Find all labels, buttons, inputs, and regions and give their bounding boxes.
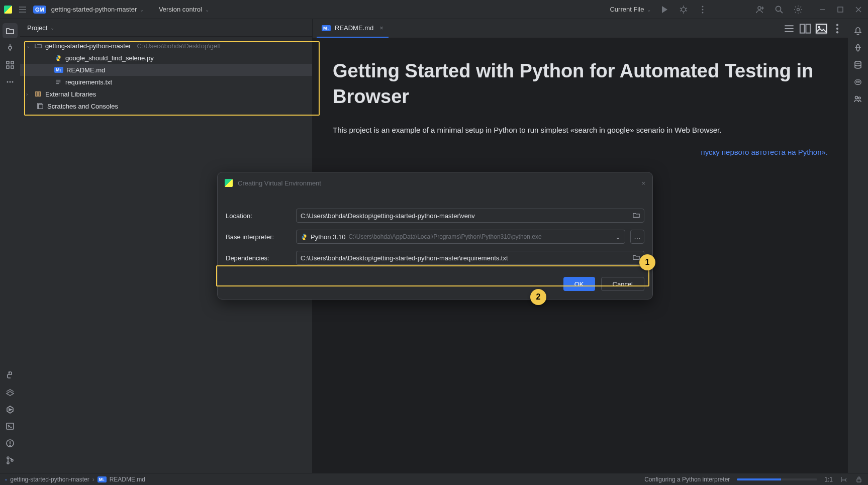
git-icon[interactable] [3, 453, 18, 468]
tree-file[interactable]: M↓ README.md [20, 64, 312, 76]
markdown-file-icon: M↓ [98, 476, 107, 482]
svg-point-4 [682, 8, 686, 12]
editor-tabbar: M↓ README.md × [313, 19, 848, 38]
tree-root[interactable]: ⌄ getting-started-python-master C:\Users… [20, 40, 312, 52]
python-file-icon [54, 54, 62, 62]
venv-dialog: Creating Virtual Environment × Location:… [217, 172, 653, 300]
chevron-down-icon: ⌄ [50, 25, 54, 31]
svg-point-65 [836, 24, 838, 26]
svg-rect-61 [800, 24, 805, 33]
collaborate-icon[interactable] [850, 91, 865, 107]
project-panel-header[interactable]: Project ⌄ [20, 19, 312, 37]
svg-point-48 [855, 96, 858, 99]
problems-icon[interactable] [3, 436, 18, 451]
annotation-callout: 1 [639, 254, 655, 270]
split-view-icon[interactable] [799, 23, 812, 35]
svg-point-47 [858, 81, 859, 82]
line-col-indicator[interactable]: 1:1 [824, 476, 833, 483]
md-link[interactable]: пуску первого автотеста на Python». [701, 148, 828, 156]
svg-point-40 [10, 445, 11, 446]
more-tools-icon[interactable] [3, 74, 18, 89]
close-icon[interactable]: × [641, 179, 645, 187]
chevron-right-icon: › [92, 476, 94, 483]
database-icon[interactable] [850, 57, 865, 72]
more-icon[interactable] [831, 23, 844, 35]
preview-view-icon[interactable] [815, 23, 828, 35]
chevron-right-icon: › [26, 91, 31, 97]
svg-point-42 [7, 462, 9, 464]
tree-scratches[interactable]: Scratches and Consoles [20, 100, 312, 112]
project-tool-icon[interactable] [3, 23, 18, 38]
interpreter-row: Base interpreter: Python 3.10 C:\Users\b… [226, 230, 644, 244]
app-icon [4, 6, 12, 14]
svg-rect-28 [7, 66, 9, 68]
more-icon[interactable] [697, 4, 708, 15]
project-tree: ⌄ getting-started-python-master C:\Users… [20, 37, 312, 112]
svg-point-17 [776, 6, 781, 11]
debug-icon[interactable] [678, 4, 689, 15]
tree-file[interactable]: google_should_find_selene.py [20, 52, 312, 64]
tree-file-label: google_should_find_selene.py [65, 54, 154, 62]
close-icon[interactable] [853, 4, 864, 15]
svg-point-46 [856, 81, 857, 82]
version-control-dropdown[interactable]: Version control ⌄ [159, 6, 209, 13]
run-config-dropdown[interactable]: Current File ⌄ [610, 6, 651, 13]
svg-marker-36 [9, 409, 12, 411]
line-separator-icon[interactable] [840, 475, 848, 483]
svg-rect-30 [11, 66, 14, 68]
notifications-icon[interactable] [850, 23, 865, 38]
dependencies-row: Dependencies: C:\Users\bohda\Desktop\get… [226, 251, 644, 265]
project-name-dropdown[interactable]: getting-started-python-master ⌄ [51, 6, 144, 13]
commit-tool-icon[interactable] [3, 40, 18, 55]
python-console-icon[interactable] [3, 367, 18, 382]
markdown-file-icon: M↓ [322, 25, 331, 31]
minimize-icon[interactable] [817, 4, 828, 15]
md-paragraph: This project is an example of a minimal … [333, 124, 828, 136]
chevron-down-icon: ⌄ [140, 7, 144, 13]
breadcrumb[interactable]: ▫ getting-started-python-master › M↓ REA… [5, 476, 145, 483]
search-icon[interactable] [774, 4, 785, 15]
dependencies-label: Dependencies: [226, 254, 291, 262]
browse-folder-icon[interactable] [633, 212, 640, 220]
dialog-title-text: Creating Virtual Environment [238, 179, 321, 187]
svg-rect-62 [806, 24, 810, 33]
terminal-icon[interactable] [3, 419, 18, 434]
titlebar: GM getting-started-python-master ⌄ Versi… [0, 0, 868, 19]
settings-icon[interactable] [793, 4, 804, 15]
cancel-button[interactable]: Cancel [601, 277, 644, 291]
svg-point-33 [12, 81, 14, 83]
python-packages-icon[interactable] [3, 384, 18, 400]
structure-tool-icon[interactable] [3, 57, 18, 72]
svg-point-67 [836, 31, 838, 33]
svg-point-14 [758, 7, 761, 10]
ok-button[interactable]: OK [563, 277, 595, 291]
main-menu-icon[interactable] [17, 4, 28, 15]
maximize-icon[interactable] [835, 4, 846, 15]
readonly-icon[interactable] [855, 475, 863, 483]
svg-rect-68 [857, 479, 861, 482]
interpreter-select[interactable]: Python 3.10 C:\Users\bohda\AppData\Local… [296, 230, 625, 244]
dialog-footer: OK Cancel [218, 273, 652, 299]
svg-rect-54 [37, 92, 39, 96]
location-input[interactable]: C:\Users\bohda\Desktop\getting-started-p… [296, 209, 644, 223]
left-tool-strip [0, 19, 20, 473]
dependencies-input[interactable]: C:\Users\bohda\Desktop\getting-started-p… [296, 251, 644, 265]
svg-marker-3 [662, 6, 667, 13]
close-tab-icon[interactable]: × [379, 24, 383, 32]
run-icon[interactable] [659, 4, 670, 15]
copilot-icon[interactable] [850, 74, 865, 89]
svg-point-11 [702, 6, 704, 7]
code-with-me-icon[interactable] [754, 4, 765, 15]
editor-tab[interactable]: M↓ README.md × [317, 19, 389, 38]
breadcrumb-segment: getting-started-python-master [10, 476, 89, 483]
tree-external-libs[interactable]: › External Libraries [20, 88, 312, 100]
md-paragraph: пуску первого автотеста на Python». [333, 146, 828, 158]
tree-file[interactable]: requirements.txt [20, 76, 312, 88]
interpreter-browse-button[interactable]: … [630, 230, 644, 244]
svg-rect-53 [36, 92, 37, 96]
editor-view-icon[interactable] [783, 23, 796, 35]
svg-point-44 [855, 61, 861, 63]
ai-assistant-icon[interactable] [850, 40, 865, 55]
services-icon[interactable] [3, 402, 18, 417]
browse-folder-icon[interactable] [633, 254, 640, 262]
